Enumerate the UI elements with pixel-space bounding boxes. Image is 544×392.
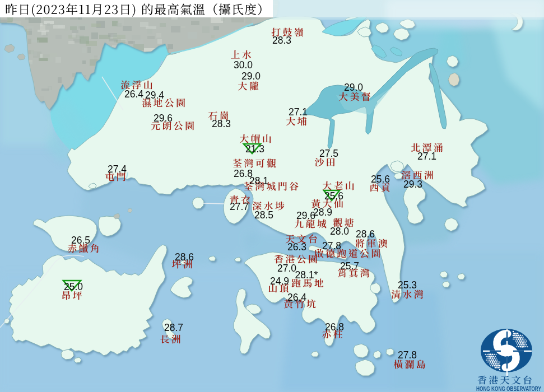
svg-text:24.9: 24.9 [270, 276, 289, 287]
svg-text:28.7: 28.7 [164, 322, 183, 333]
svg-text:29.0: 29.0 [241, 71, 261, 82]
svg-text:28.6: 28.6 [175, 251, 194, 263]
svg-text:26.4: 26.4 [287, 292, 306, 303]
svg-text:29.0: 29.0 [344, 82, 363, 93]
svg-text:27.5: 27.5 [319, 148, 338, 159]
svg-text:25.7: 25.7 [340, 260, 359, 272]
svg-text:27.1: 27.1 [289, 106, 308, 118]
svg-text:25.3: 25.3 [398, 279, 417, 291]
svg-text:28.6: 28.6 [356, 228, 375, 240]
svg-text:28.1*: 28.1* [295, 269, 318, 281]
svg-text:28.0: 28.0 [330, 226, 349, 237]
svg-text:27.4: 27.4 [108, 164, 127, 175]
svg-text:27.0: 27.0 [277, 263, 296, 274]
svg-text:26.5: 26.5 [71, 235, 90, 246]
svg-text:29.6: 29.6 [296, 210, 315, 221]
svg-text:28.5: 28.5 [254, 209, 273, 221]
svg-text:28.3: 28.3 [272, 35, 291, 46]
svg-text:28.9: 28.9 [313, 207, 332, 218]
svg-text:26.8: 26.8 [325, 321, 344, 333]
svg-text:27.1: 27.1 [417, 151, 436, 162]
svg-text:26.4: 26.4 [124, 88, 143, 100]
svg-text:27.8: 27.8 [322, 240, 341, 251]
svg-text:25.6: 25.6 [371, 174, 390, 185]
svg-text:27.7: 27.7 [230, 201, 249, 212]
svg-text:25.0: 25.0 [64, 281, 83, 292]
svg-text:29.4: 29.4 [145, 90, 164, 101]
svg-text:21.3: 21.3 [245, 143, 264, 155]
svg-text:25.6: 25.6 [324, 190, 343, 202]
svg-text:28.3: 28.3 [212, 118, 231, 129]
svg-text:26.3: 26.3 [287, 241, 306, 253]
svg-text:27.8: 27.8 [398, 349, 417, 361]
svg-text:30.0: 30.0 [234, 59, 253, 71]
svg-text:28.1: 28.1 [249, 175, 268, 186]
svg-text:HONG KONG OBSERVATORY: HONG KONG OBSERVATORY [476, 385, 541, 392]
svg-text:29.6: 29.6 [154, 113, 173, 124]
svg-text:29.3: 29.3 [403, 179, 422, 190]
